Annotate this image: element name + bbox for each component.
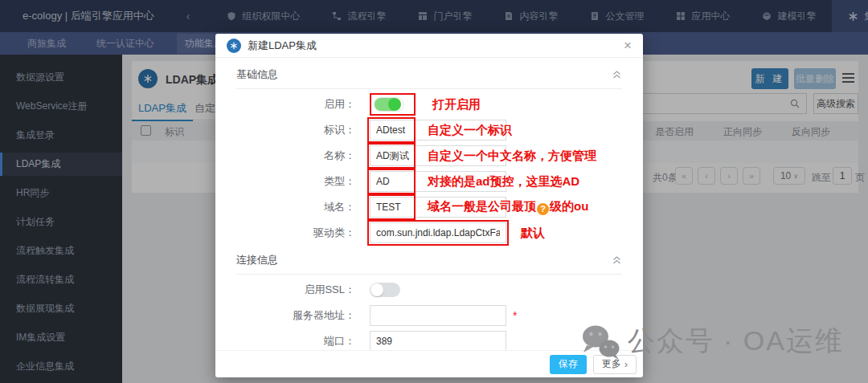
name-label: 名称： xyxy=(236,149,370,163)
driver-class-input[interactable] xyxy=(370,222,506,243)
domain-field-row: 域名： 域名一般是公司最顶?级的ou xyxy=(236,197,622,218)
ldap-modal-icon xyxy=(227,39,241,53)
annotation-text: 打开启用 xyxy=(432,97,481,112)
section-title: 连接信息 xyxy=(236,253,278,267)
port-field-row: 端口： xyxy=(236,331,622,350)
modal-footer: 保存 更多 › xyxy=(215,350,643,377)
basic-info-section-header: 基础信息 xyxy=(236,67,622,89)
type-label: 类型： xyxy=(236,174,370,189)
driver-field-row: 驱动类： 默认 xyxy=(236,222,622,243)
modal-title: 新建LDAP集成 xyxy=(248,39,317,53)
enable-label: 启用： xyxy=(236,97,370,112)
enable-toggle[interactable] xyxy=(374,97,404,112)
server-address-input[interactable] xyxy=(370,305,506,326)
enable-field-row: 启用： 打开启用 xyxy=(236,94,622,115)
annotation-text-post: 级的ou xyxy=(550,199,588,213)
connection-info-section-header: 连接信息 xyxy=(236,253,622,275)
name-field-row: 名称： 自定义一个中文名称，方便管理 xyxy=(236,145,622,166)
section-title: 基础信息 xyxy=(236,67,278,82)
more-button[interactable]: 更多 › xyxy=(593,355,637,374)
port-label: 端口： xyxy=(236,334,370,348)
more-button-label: 更多 xyxy=(602,357,621,371)
name-input[interactable] xyxy=(370,145,506,166)
ssl-field-row: 启用SSL： xyxy=(236,279,622,300)
help-icon[interactable]: ? xyxy=(537,203,549,215)
identifier-input[interactable] xyxy=(370,120,506,141)
domain-label: 域名： xyxy=(236,200,370,214)
chevron-right-icon: › xyxy=(624,358,628,370)
server-field-row: 服务器地址： * xyxy=(236,305,622,326)
domain-input[interactable] xyxy=(370,197,506,218)
close-icon[interactable]: × xyxy=(624,39,632,52)
driver-label: 驱动类： xyxy=(236,226,370,240)
port-input[interactable] xyxy=(370,331,506,350)
annotation-box xyxy=(370,93,416,116)
annotation-text: 默认 xyxy=(521,226,545,241)
save-button[interactable]: 保存 xyxy=(550,355,587,374)
identifier-field-row: 标识： 自定义一个标识 xyxy=(236,120,622,141)
identifier-label: 标识： xyxy=(236,123,370,137)
collapse-icon[interactable] xyxy=(612,70,622,79)
ssl-label: 启用SSL： xyxy=(236,283,370,297)
modal-body: 基础信息 启用： 打开启用 标识： 自定义一个标识 名称： xyxy=(215,58,643,350)
collapse-icon[interactable] xyxy=(612,255,622,265)
new-ldap-modal: 新建LDAP集成 × 基础信息 启用： 打开启用 标识： 自定义一个标识 xyxy=(215,34,643,377)
modal-header: 新建LDAP集成 × xyxy=(215,34,643,58)
server-address-label: 服务器地址： xyxy=(236,308,370,323)
type-input[interactable] xyxy=(370,171,506,192)
type-field-row: 类型： 对接的是ad预控，这里选AD xyxy=(236,171,622,192)
ssl-toggle[interactable] xyxy=(370,283,400,297)
required-asterisk: * xyxy=(513,309,517,322)
